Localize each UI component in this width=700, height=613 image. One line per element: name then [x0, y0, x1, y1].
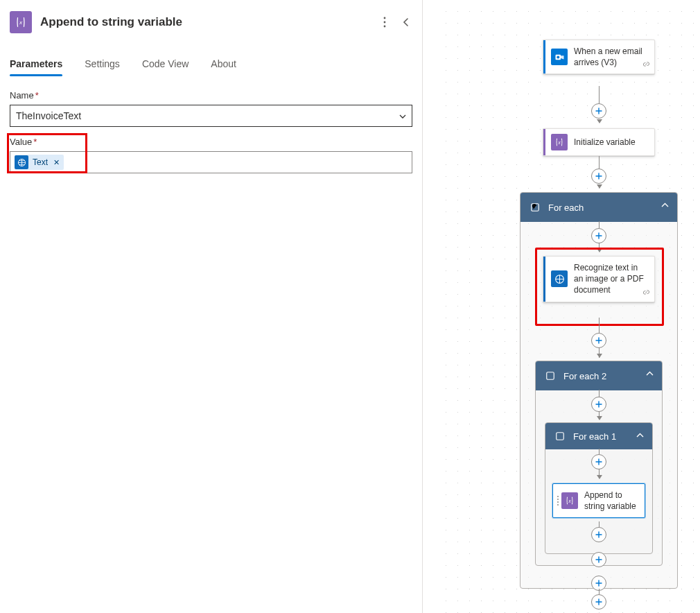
variable-icon: x: [10, 11, 32, 33]
svg-point-3: [384, 26, 386, 28]
connector: [599, 156, 600, 169]
name-select[interactable]: TheInvoiceText: [10, 105, 412, 127]
tab-code-view[interactable]: Code View: [142, 54, 189, 76]
svg-rect-11: [557, 433, 564, 440]
arrow-icon: [597, 416, 602, 420]
loop-icon: [555, 431, 565, 441]
svg-rect-10: [547, 372, 554, 380]
add-step-button[interactable]: [591, 397, 606, 412]
variable-icon: x: [561, 492, 578, 509]
chevron-up-icon: [646, 371, 654, 376]
svg-point-6: [557, 55, 559, 58]
for-each-2-header[interactable]: For each 2: [536, 361, 662, 390]
connector: [599, 521, 600, 527]
arrow-icon: [597, 119, 602, 123]
for-each-2-label: For each 2: [563, 371, 652, 381]
flow-canvas[interactable]: When a new email arrives (V3) x Initiali…: [423, 0, 700, 613]
value-token[interactable]: Text ✕: [15, 155, 64, 170]
node-label: Recognize text in an image or a PDF docu…: [574, 262, 649, 296]
remove-token-button[interactable]: ✕: [52, 158, 61, 167]
link-icon: [642, 58, 650, 71]
tab-settings[interactable]: Settings: [85, 54, 120, 76]
add-step-button[interactable]: [591, 333, 606, 348]
ocr-icon: [15, 155, 28, 169]
for-each-label: For each: [548, 202, 667, 213]
drag-handle-icon[interactable]: [553, 496, 560, 506]
add-step-button[interactable]: [591, 169, 606, 184]
node-label: Initialize variable: [574, 137, 636, 148]
arrow-icon: [597, 475, 602, 479]
properties-panel: x Append to string variable Parameters S…: [0, 0, 423, 613]
arrow-icon: [597, 184, 602, 189]
connector: [599, 449, 600, 454]
value-token-label: Text: [33, 157, 48, 167]
chevron-up-icon: [636, 433, 644, 438]
svg-point-1: [384, 17, 386, 19]
connector: [599, 221, 600, 228]
arrow-icon: [597, 354, 602, 358]
node-label: Append to string variable: [584, 490, 639, 512]
panel-title: Append to string variable: [40, 15, 380, 29]
node-email-trigger[interactable]: When a new email arrives (V3): [543, 40, 655, 74]
connector: [599, 589, 600, 594]
connector: [599, 86, 600, 103]
node-initialize-variable[interactable]: x Initialize variable: [543, 128, 655, 156]
panel-header: x Append to string variable: [10, 10, 412, 35]
loop-icon: [530, 202, 540, 212]
add-step-button[interactable]: [591, 552, 606, 567]
chevron-down-icon: [399, 112, 406, 120]
loop-icon: [545, 371, 555, 381]
svg-text:x: x: [568, 499, 571, 503]
parameters-form: Name* TheInvoiceText Value* Text ✕: [10, 90, 412, 173]
name-select-value: TheInvoiceText: [16, 110, 81, 121]
add-step-button[interactable]: [591, 103, 606, 119]
ocr-icon: [551, 270, 568, 287]
node-label: When a new email arrives (V3): [574, 46, 649, 68]
add-step-button[interactable]: [591, 454, 606, 469]
tab-parameters[interactable]: Parameters: [10, 54, 62, 76]
link-icon: [642, 286, 650, 299]
panel-tabs: Parameters Settings Code View About: [10, 54, 412, 76]
node-recognize-text[interactable]: Recognize text in an image or a PDF docu…: [543, 256, 655, 302]
connector: [599, 390, 600, 397]
tab-about[interactable]: About: [211, 54, 236, 76]
for-each-1-header[interactable]: For each 1: [545, 423, 652, 449]
for-each-1-label: For each 1: [573, 431, 642, 442]
collapse-button[interactable]: [400, 15, 412, 30]
connector: [599, 318, 600, 333]
node-append-to-string[interactable]: x Append to string variable: [552, 483, 645, 518]
svg-text:x: x: [557, 140, 561, 145]
chevron-up-icon: [661, 202, 669, 207]
value-input[interactable]: Text ✕: [10, 151, 412, 173]
add-step-button[interactable]: [591, 527, 606, 542]
outlook-icon: [551, 49, 568, 65]
svg-point-2: [384, 21, 386, 24]
for-each-header[interactable]: For each: [520, 193, 677, 222]
add-step-button[interactable]: [591, 228, 606, 243]
add-step-button[interactable]: [591, 594, 606, 610]
more-button[interactable]: [380, 14, 389, 31]
name-label: Name*: [10, 90, 412, 101]
variable-icon: x: [551, 134, 568, 150]
arrow-icon: [597, 248, 602, 252]
value-label: Value*: [10, 137, 412, 147]
